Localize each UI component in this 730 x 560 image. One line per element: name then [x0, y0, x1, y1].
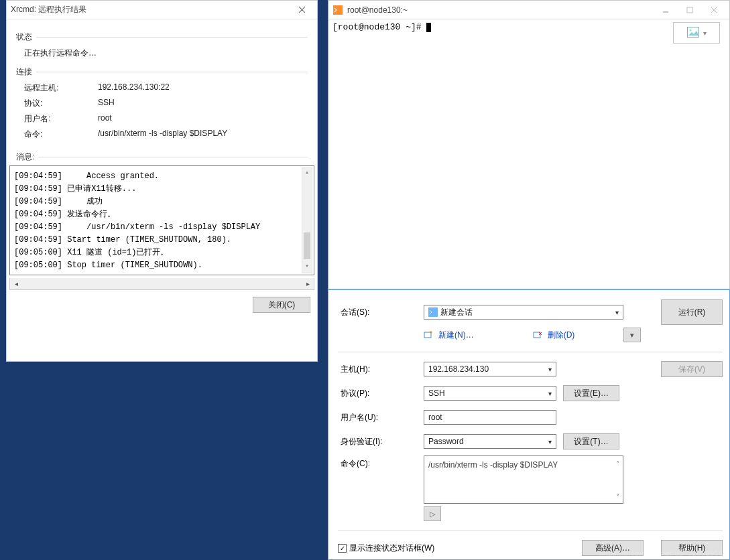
svg-rect-0	[333, 5, 343, 15]
scroll-down-icon[interactable]: ▾	[302, 262, 312, 273]
chevron-down-icon[interactable]: ▾	[548, 390, 552, 397]
status-header-text: 状态	[16, 31, 32, 43]
terminal-window: root@node130:~ [root@node130 ~]# ▾	[328, 0, 730, 289]
watermark: https://blog.csdn.net/qq_32838955	[599, 549, 723, 557]
session-more-button[interactable]: ▾	[623, 328, 641, 342]
messages-box[interactable]: [09:04:59] Access granted. [09:04:59] 已申…	[9, 165, 314, 275]
username-label: 用户名:	[24, 113, 98, 125]
username-input[interactable]: root	[424, 410, 556, 425]
terminal-prompt: [root@node130 ~]#	[332, 22, 426, 32]
messages-header-text: 消息:	[16, 151, 34, 163]
auth-value: Password	[428, 437, 464, 446]
xrcmd-title: Xrcmd: 远程执行结果	[11, 4, 289, 15]
terminal-app-icon	[332, 5, 343, 15]
picture-icon	[687, 27, 699, 40]
session-label: 会话(S):	[338, 307, 424, 318]
msg-line: [09:05:00] Stop timer (TIMER_SHUTDOWN).	[14, 259, 310, 272]
status-line: 正在执行远程命令…	[24, 48, 97, 59]
protocol-value: SSH	[428, 389, 445, 398]
close-icon[interactable]	[703, 3, 725, 17]
close-button[interactable]: 关闭(C)	[253, 297, 310, 313]
chevron-down-icon[interactable]: ▾	[615, 309, 619, 316]
auth-select[interactable]: Password ▾	[424, 434, 556, 449]
terminal-titlebar[interactable]: root@node130:~	[328, 1, 729, 19]
host-input[interactable]: 192.168.234.130 ▾	[424, 362, 556, 376]
msg-line: [09:04:59] Access granted.	[14, 170, 310, 183]
host-label: 主机(H):	[338, 364, 424, 375]
msg-line: [09:05:00] X11 隧道 (id=1)已打开。	[14, 247, 310, 259]
username-value: root	[98, 113, 112, 125]
delete-session-icon	[533, 330, 542, 340]
command-label: 命令:	[24, 129, 98, 140]
svg-rect-3	[687, 27, 698, 37]
scroll-right-icon[interactable]: ▸	[302, 280, 314, 287]
horizontal-scrollbar[interactable]: ◂ ▸	[9, 278, 314, 290]
close-icon[interactable]	[290, 3, 313, 17]
terminal-title: root@node130:~	[347, 5, 653, 15]
chevron-down-icon[interactable]: ▾	[703, 29, 707, 37]
msg-line: [09:04:59] 已申请X11转移...	[14, 183, 310, 196]
delete-session-link[interactable]: 删除(D)	[548, 330, 575, 341]
checkbox-checked-icon: ✓	[338, 544, 347, 553]
save-button[interactable]: 保存(V)	[661, 361, 723, 377]
chevron-down-icon[interactable]: ▾	[548, 438, 552, 445]
xrcmd-dialog: Xrcmd: 远程执行结果 状态 正在执行远程命令… 连接 远程主机: 192.…	[6, 0, 318, 362]
connection-header: 连接	[16, 66, 308, 78]
status-header: 状态	[16, 31, 308, 43]
username-label: 用户名(U):	[338, 412, 424, 423]
session-select[interactable]: 新建会话 ▾	[424, 305, 623, 320]
scroll-up-icon[interactable]: ▴	[302, 168, 312, 179]
scroll-left-icon[interactable]: ◂	[10, 280, 22, 287]
new-session-icon	[424, 330, 433, 340]
new-session-link[interactable]: 新建(N)…	[438, 330, 474, 341]
cursor-icon	[426, 23, 431, 32]
svg-rect-6	[424, 332, 431, 338]
scroll-thumb[interactable]	[304, 232, 310, 259]
protocol-label: 协议:	[24, 98, 98, 109]
svg-rect-2	[687, 7, 692, 13]
expand-command-button[interactable]: ▷	[424, 506, 441, 521]
session-config-dialog: 会话(S): 新建会话 ▾ 运行(R) 新建(N)…	[328, 289, 730, 560]
auth-label: 身份验证(I):	[338, 436, 424, 447]
minimize-icon[interactable]	[654, 3, 677, 17]
chevron-down-icon[interactable]: ▾	[548, 366, 552, 373]
command-textarea[interactable]: /usr/bin/xterm -ls -display $DISPLAY ˄˅	[424, 456, 623, 504]
remote-host-value: 192.168.234.130:22	[98, 82, 170, 94]
messages-header: 消息:	[16, 151, 308, 163]
command-label: 命令(C):	[338, 456, 424, 470]
msg-line: [09:04:59] /usr/bin/xterm -ls -display $…	[14, 221, 310, 234]
show-status-label: 显示连接状态对话框(W)	[349, 543, 434, 554]
command-value: /usr/bin/xterm -ls -display $DISPLAY	[98, 129, 227, 140]
username-value: root	[428, 413, 442, 422]
auth-settings-button[interactable]: 设置(T)…	[563, 433, 619, 449]
connection-header-text: 连接	[16, 66, 32, 78]
image-picker-widget[interactable]: ▾	[673, 22, 720, 44]
host-value: 192.168.234.130	[428, 364, 489, 374]
protocol-select[interactable]: SSH ▾	[424, 386, 556, 401]
session-select-value: 新建会话	[440, 307, 473, 318]
msg-line: [09:04:59] Start timer (TIMER_SHUTDOWN, …	[14, 234, 310, 247]
terminal-body[interactable]: [root@node130 ~]#	[328, 19, 729, 35]
msg-line: [09:04:59] 发送命令行。	[14, 208, 310, 221]
protocol-label: 协议(P):	[338, 388, 424, 399]
svg-point-4	[689, 29, 691, 31]
xrcmd-titlebar[interactable]: Xrcmd: 远程执行结果	[7, 1, 317, 19]
session-app-icon	[428, 307, 438, 317]
protocol-settings-button[interactable]: 设置(E)…	[563, 385, 619, 401]
scroll-down-icon[interactable]: ˅	[616, 493, 620, 502]
show-status-checkbox[interactable]: ✓ 显示连接状态对话框(W)	[338, 543, 434, 554]
run-button[interactable]: 运行(R)	[661, 299, 723, 325]
maximize-icon[interactable]	[678, 3, 701, 17]
remote-host-label: 远程主机:	[24, 82, 98, 94]
svg-rect-5	[428, 307, 438, 317]
protocol-value: SSH	[98, 98, 115, 109]
command-value: /usr/bin/xterm -ls -display $DISPLAY	[428, 460, 558, 470]
msg-line: [09:04:59] 成功	[14, 196, 310, 208]
scroll-up-icon[interactable]: ˄	[616, 460, 620, 469]
